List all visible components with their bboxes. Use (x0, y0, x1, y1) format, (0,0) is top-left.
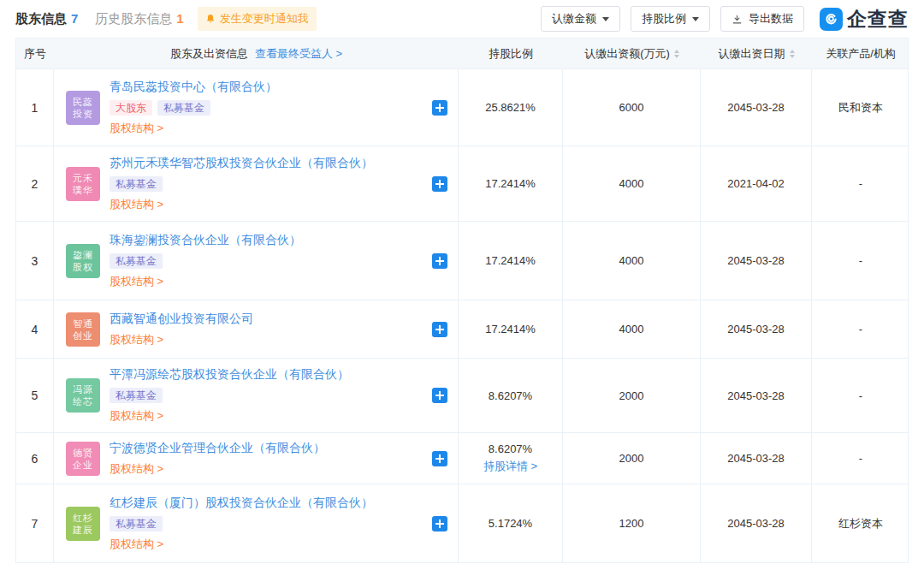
shareholder-tag: 私募基金 (110, 516, 163, 531)
qichacha-logo-icon (820, 8, 843, 31)
toolbar-actions: 认缴金额 持股比例 导出数据 企查查 (541, 6, 909, 33)
avatar-line1: 民蕊 (73, 96, 93, 108)
equity-structure-link[interactable]: 股权结构 > (110, 332, 163, 347)
expand-plus-button[interactable] (432, 100, 447, 116)
equity-structure-link[interactable]: 股权结构 > (110, 197, 163, 212)
export-data-label: 导出数据 (749, 11, 793, 27)
tab-shareholder-info[interactable]: 股东信息7 (15, 11, 78, 27)
avatar-line2: 璞华 (73, 184, 93, 196)
expand-plus-button[interactable] (432, 516, 447, 531)
amount-cell: 2000 (563, 433, 701, 484)
table-row: 4 智通创业 西藏智通创业投资有限公司 股权结构 > 17.2414% 4000… (16, 300, 908, 359)
shareholder-tag: 私募基金 (110, 253, 163, 269)
ratio-cell: 8.6207% 持股详情 > (459, 433, 563, 484)
tab-history-label: 历史股东信息 (95, 11, 172, 26)
related-cell[interactable]: 红杉资本 (812, 484, 909, 562)
ratio-value: 17.2414% (485, 177, 536, 190)
row-index: 4 (16, 300, 54, 358)
amount-cell: 1200 (563, 484, 701, 562)
change-notify-button[interactable]: 发生变更时通知我 (198, 7, 317, 31)
expand-plus-button[interactable] (432, 322, 447, 337)
row-index: 3 (16, 222, 54, 300)
shareholder-tags: 私募基金 (110, 253, 163, 269)
shareholder-name-link[interactable]: 西藏智通创业投资有限公司 (110, 312, 253, 327)
equity-structure-link[interactable]: 股权结构 > (110, 537, 163, 552)
sort-icon[interactable] (674, 50, 679, 58)
avatar-line2: 绘芯 (73, 395, 93, 407)
shareholder-name-link[interactable]: 珠海鋆澜投资合伙企业（有限合伙） (110, 233, 301, 248)
related-cell: - (812, 146, 909, 221)
row-index: 1 (16, 69, 54, 145)
shareholder-avatar: 德贤企业 (66, 442, 100, 476)
shareholder-name-link[interactable]: 宁波德贤企业管理合伙企业（有限合伙） (110, 441, 325, 456)
holding-detail-link[interactable]: 持股详情 > (483, 459, 537, 474)
brand-name: 企查查 (847, 6, 909, 33)
shareholder-avatar: 智通创业 (66, 312, 100, 347)
expand-plus-button[interactable] (432, 253, 447, 269)
sort-by-ratio-button[interactable]: 持股比例 (631, 6, 710, 32)
topbar: 股东信息7 历史股东信息1 发生变更时通知我 认缴金额 持股比例 (15, 0, 909, 38)
shareholder-cell: 元禾璞华 苏州元禾璞华智芯股权投资合伙企业（有限合伙） 私募基金 股权结构 > (54, 146, 459, 221)
row-index: 2 (16, 146, 54, 221)
avatar-line2: 股权 (73, 261, 93, 273)
shareholder-tag: 私募基金 (110, 388, 163, 403)
table-row: 3 鋆澜股权 珠海鋆澜投资合伙企业（有限合伙） 私募基金 股权结构 > 17.2… (16, 222, 908, 300)
equity-structure-link[interactable]: 股权结构 > (110, 274, 163, 289)
header-amount-label: 认缴出资额(万元) (584, 46, 670, 62)
amount-cell: 4000 (563, 146, 701, 221)
equity-structure-link[interactable]: 股权结构 > (110, 121, 163, 136)
table-body: 1 民蕊投资 青岛民蕊投资中心（有限合伙） 大股东私募基金 股权结构 > 25.… (16, 69, 908, 562)
shareholder-info: 红杉建辰（厦门）股权投资合伙企业（有限合伙） 私募基金 股权结构 > (110, 496, 373, 552)
ratio-value: 17.2414% (485, 323, 536, 335)
header-shareholder-label: 股东及出资信息 (170, 46, 248, 62)
row-index: 5 (16, 359, 54, 432)
header-shareholder: 股东及出资信息 查看最终受益人 > (54, 39, 459, 68)
shareholder-info: 珠海鋆澜投资合伙企业（有限合伙） 私募基金 股权结构 > (110, 233, 301, 289)
shareholder-tags: 私募基金 (110, 388, 163, 403)
avatar-line1: 德贤 (73, 447, 93, 459)
sort-by-ratio-label: 持股比例 (642, 11, 686, 27)
amount-cell: 6000 (563, 69, 701, 145)
shareholder-cell: 德贤企业 宁波德贤企业管理合伙企业（有限合伙） 股权结构 > (54, 433, 459, 484)
header-date-label: 认缴出资日期 (719, 46, 785, 62)
table-row: 1 民蕊投资 青岛民蕊投资中心（有限合伙） 大股东私募基金 股权结构 > 25.… (16, 69, 908, 146)
tab-history-shareholder[interactable]: 历史股东信息1 (95, 11, 183, 27)
shareholder-tags: 大股东私募基金 (110, 100, 210, 116)
expand-plus-button[interactable] (432, 388, 447, 403)
download-icon (732, 14, 743, 25)
view-beneficiary-link[interactable]: 查看最终受益人 > (255, 46, 342, 62)
brand-logo: 企查查 (820, 6, 909, 33)
header-index: 序号 (16, 39, 54, 68)
chevron-down-icon (692, 17, 699, 21)
expand-plus-button[interactable] (432, 176, 447, 192)
shareholder-name-link[interactable]: 平潭冯源绘芯股权投资合伙企业（有限合伙） (110, 367, 349, 383)
equity-structure-link[interactable]: 股权结构 > (110, 461, 163, 477)
ratio-value: 8.6207% (489, 389, 532, 402)
table-row: 6 德贤企业 宁波德贤企业管理合伙企业（有限合伙） 股权结构 > 8.6207%… (16, 433, 908, 484)
ratio-cell: 17.2414% (459, 146, 563, 221)
export-data-button[interactable]: 导出数据 (720, 6, 804, 32)
shareholder-table: 序号 股东及出资信息 查看最终受益人 > 持股比例 认缴出资额(万元) 认缴出资… (15, 38, 909, 563)
shareholder-name-link[interactable]: 青岛民蕊投资中心（有限合伙） (110, 80, 277, 95)
sort-by-amount-button[interactable]: 认缴金额 (541, 6, 620, 32)
date-cell: 2045-03-28 (701, 484, 812, 562)
related-cell[interactable]: 民和资本 (812, 69, 909, 145)
shareholder-name-link[interactable]: 红杉建辰（厦门）股权投资合伙企业（有限合伙） (110, 496, 373, 511)
ratio-cell: 17.2414% (459, 222, 563, 300)
shareholder-tag: 大股东 (110, 100, 152, 116)
ratio-cell: 17.2414% (459, 300, 563, 358)
avatar-line2: 建辰 (73, 524, 93, 536)
related-cell: - (812, 359, 909, 432)
expand-plus-button[interactable] (432, 451, 447, 466)
avatar-line1: 红杉 (73, 512, 93, 524)
shareholder-name-link[interactable]: 苏州元禾璞华智芯股权投资合伙企业（有限合伙） (110, 156, 373, 171)
equity-structure-link[interactable]: 股权结构 > (110, 408, 163, 424)
sort-icon[interactable] (790, 50, 795, 58)
sort-by-amount-label: 认缴金额 (552, 11, 596, 27)
shareholder-cell: 智通创业 西藏智通创业投资有限公司 股权结构 > (54, 300, 459, 358)
row-index: 6 (16, 433, 54, 484)
related-cell: - (812, 222, 909, 300)
shareholder-info: 宁波德贤企业管理合伙企业（有限合伙） 股权结构 > (110, 441, 325, 477)
table-row: 5 冯源绘芯 平潭冯源绘芯股权投资合伙企业（有限合伙） 私募基金 股权结构 > … (16, 359, 908, 433)
chevron-down-icon (602, 17, 609, 21)
